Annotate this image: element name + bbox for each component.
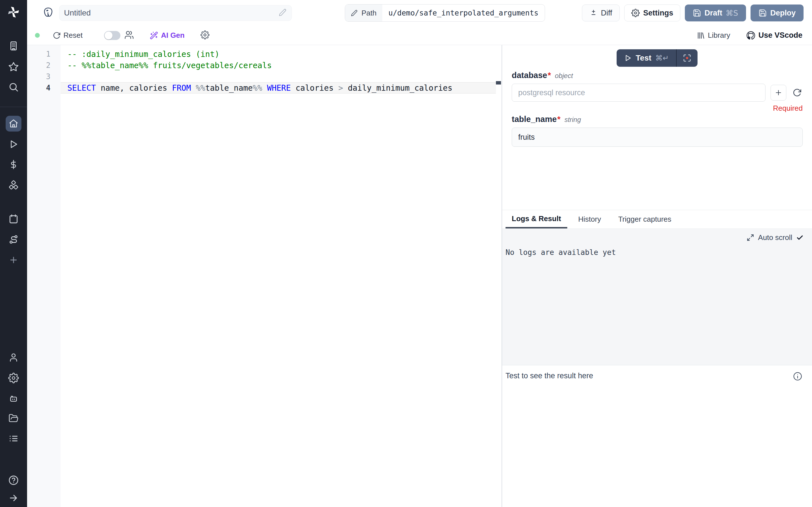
- library-label: Library: [708, 31, 730, 40]
- ai-gen-label: AI Gen: [161, 31, 185, 40]
- sidebar-item-workers[interactable]: [8, 393, 18, 404]
- windmill-logo-icon[interactable]: [7, 6, 20, 18]
- auto-scroll-label: Auto scroll: [758, 233, 792, 242]
- required-asterisk: *: [557, 115, 560, 124]
- code-line-1[interactable]: 1 -- :daily_minimum_calories (int): [27, 48, 502, 60]
- overview-ruler-mark: [496, 81, 501, 84]
- use-vscode-label: Use VScode: [758, 31, 802, 40]
- sidebar-item-schedules[interactable]: [8, 214, 19, 224]
- magic-wand-icon: [150, 31, 158, 40]
- tab-logs-result[interactable]: Logs & Result: [506, 210, 567, 228]
- code-segment: [191, 83, 196, 93]
- editor-toolbar: Reset AI Gen: [27, 26, 812, 45]
- refresh-icon: [53, 32, 61, 40]
- sidebar-item-audit-logs[interactable]: [8, 434, 18, 444]
- expand-logs-icon[interactable]: [747, 234, 754, 241]
- gear-icon: [8, 373, 19, 383]
- line-number: 2: [27, 60, 61, 71]
- use-vscode-button[interactable]: Use VScode: [746, 31, 802, 40]
- code-segment: SELECT: [67, 83, 96, 93]
- left-sidebar: [0, 0, 27, 507]
- sidebar-item-runs[interactable]: [8, 139, 18, 149]
- status-dot: [35, 33, 40, 38]
- github-icon: [746, 31, 756, 40]
- table-name-input[interactable]: [512, 128, 803, 147]
- logs-empty-message: No logs are available yet: [506, 248, 812, 257]
- code-segment: %%: [253, 83, 262, 93]
- library-icon: [696, 31, 705, 40]
- required-asterisk: *: [548, 71, 551, 80]
- arguments-form: database* object: [502, 71, 812, 147]
- tab-history[interactable]: History: [572, 210, 607, 228]
- deploy-button[interactable]: Deploy: [751, 4, 804, 21]
- code-segment: calories: [291, 83, 338, 93]
- test-label: Test: [636, 54, 652, 62]
- sidebar-item-variables[interactable]: [8, 159, 18, 170]
- sidebar-add-button[interactable]: [9, 255, 18, 265]
- refresh-resources-button[interactable]: [792, 87, 803, 98]
- sidebar-item-triggers[interactable]: [8, 234, 19, 245]
- code-segment: -- %%table_name%% fruits/vegetables/cere…: [67, 61, 272, 70]
- expand-sidebar-arrow-icon[interactable]: [8, 493, 18, 503]
- sidebar-item-settings[interactable]: [8, 373, 19, 383]
- library-button[interactable]: Library: [696, 31, 730, 40]
- draft-label: Draft: [705, 9, 722, 17]
- ai-gen-button[interactable]: AI Gen: [150, 31, 185, 40]
- path-field[interactable]: Path u/demo/safe_interpolated_arguments: [345, 4, 545, 22]
- code-line-2[interactable]: 2 -- %%table_name%% fruits/vegetables/ce…: [27, 60, 502, 71]
- edit-title-pencil-icon[interactable]: [278, 8, 287, 18]
- workspace-building-icon[interactable]: [8, 41, 19, 51]
- script-settings-gear-icon[interactable]: [200, 31, 209, 41]
- settings-label: Settings: [643, 9, 673, 17]
- path-label: Path: [361, 9, 377, 17]
- add-resource-button[interactable]: [770, 85, 786, 101]
- settings-button[interactable]: Settings: [624, 4, 680, 21]
- diff-plus-minus-icon: [590, 9, 598, 17]
- code-editor[interactable]: 1 -- :daily_minimum_calories (int) 2 -- …: [27, 45, 502, 507]
- routes-icon: [8, 234, 19, 245]
- test-shortcut: ⌘↵: [655, 54, 669, 62]
- code-line-3[interactable]: 3: [27, 71, 502, 82]
- deploy-label: Deploy: [770, 9, 796, 17]
- reset-label: Reset: [63, 31, 83, 40]
- sidebar-item-folders[interactable]: [8, 413, 18, 424]
- path-label-segment[interactable]: Path: [345, 4, 382, 21]
- sidebar-item-home[interactable]: [6, 116, 21, 131]
- sidebar-divider: [0, 107, 27, 107]
- dollar-icon: [8, 159, 18, 170]
- draft-button[interactable]: Draft ⌘S: [685, 4, 746, 21]
- robot-icon: [8, 393, 18, 404]
- sidebar-item-resources[interactable]: [8, 180, 19, 190]
- auto-scroll-check-icon[interactable]: [796, 234, 804, 241]
- script-title: Untitled: [64, 8, 278, 17]
- code-segment: WHERE: [267, 83, 291, 93]
- diff-button[interactable]: Diff: [582, 4, 620, 21]
- toggle-knob: [105, 32, 112, 40]
- logs-pane: Auto scroll No logs are available yet: [502, 229, 812, 365]
- collab-toggle[interactable]: [104, 31, 120, 40]
- tab-trigger-captures[interactable]: Trigger captures: [612, 210, 677, 228]
- result-pane: Test to see the result here: [502, 365, 812, 507]
- search-icon[interactable]: [8, 82, 19, 93]
- info-icon[interactable]: [793, 372, 802, 382]
- code-line-4-active[interactable]: 4 SELECT name, calories FROM %%table_nam…: [27, 82, 502, 94]
- play-icon: [624, 54, 632, 62]
- sidebar-item-users[interactable]: [8, 352, 18, 362]
- script-title-field[interactable]: Untitled: [59, 5, 292, 21]
- save-icon: [693, 9, 701, 17]
- database-required-hint: Required: [512, 104, 803, 112]
- reset-button[interactable]: Reset: [53, 31, 83, 40]
- result-tabs: Logs & Result History Trigger captures: [502, 210, 812, 229]
- capture-frame-icon: [683, 54, 691, 62]
- test-button[interactable]: Test ⌘↵: [617, 49, 698, 67]
- table-name-field-type: string: [564, 116, 581, 124]
- capture-button[interactable]: [677, 49, 698, 67]
- help-icon[interactable]: [8, 475, 19, 486]
- code-segment: table_name: [205, 83, 253, 93]
- favorites-star-icon[interactable]: [8, 61, 19, 72]
- users-icon[interactable]: [124, 30, 134, 41]
- database-input[interactable]: [512, 83, 765, 102]
- table-name-field-label: table_name: [512, 115, 557, 124]
- folder-open-icon: [8, 413, 18, 424]
- play-icon: [8, 139, 18, 149]
